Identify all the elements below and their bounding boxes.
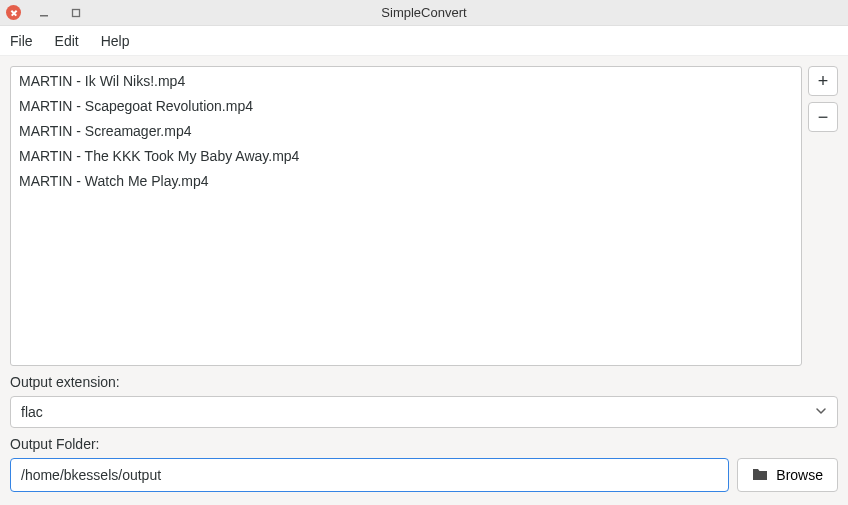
remove-button[interactable]: − xyxy=(808,102,838,132)
list-item[interactable]: MARTIN - Screamager.mp4 xyxy=(11,119,801,144)
output-folder-row: Browse xyxy=(10,458,838,492)
menu-edit[interactable]: Edit xyxy=(55,33,79,49)
maximize-icon[interactable] xyxy=(67,4,85,22)
list-item[interactable]: MARTIN - Scapegoat Revolution.mp4 xyxy=(11,94,801,119)
close-icon[interactable] xyxy=(6,5,21,20)
window-title: SimpleConvert xyxy=(0,5,848,20)
browse-button[interactable]: Browse xyxy=(737,458,838,492)
menu-file[interactable]: File xyxy=(10,33,33,49)
menu-help[interactable]: Help xyxy=(101,33,130,49)
output-folder-label: Output Folder: xyxy=(10,436,838,452)
list-item[interactable]: MARTIN - Ik Wil Niks!.mp4 xyxy=(11,69,801,94)
output-folder-input[interactable] xyxy=(10,458,729,492)
svg-rect-0 xyxy=(40,15,48,17)
menubar: File Edit Help xyxy=(0,26,848,56)
file-row: MARTIN - Ik Wil Niks!.mp4MARTIN - Scapeg… xyxy=(10,66,838,366)
file-list[interactable]: MARTIN - Ik Wil Niks!.mp4MARTIN - Scapeg… xyxy=(10,66,802,366)
chevron-down-icon xyxy=(815,404,827,420)
folder-icon xyxy=(752,467,768,484)
window-controls xyxy=(6,4,85,22)
list-item[interactable]: MARTIN - The KKK Took My Baby Away.mp4 xyxy=(11,144,801,169)
titlebar: SimpleConvert xyxy=(0,0,848,26)
minus-icon: − xyxy=(818,108,829,126)
svg-rect-1 xyxy=(73,9,80,16)
browse-label: Browse xyxy=(776,467,823,483)
output-extension-label: Output extension: xyxy=(10,374,838,390)
add-button[interactable]: + xyxy=(808,66,838,96)
content-area: MARTIN - Ik Wil Niks!.mp4MARTIN - Scapeg… xyxy=(0,56,848,505)
plus-icon: + xyxy=(818,72,829,90)
minimize-icon[interactable] xyxy=(35,4,53,22)
output-extension-combo[interactable]: flac xyxy=(10,396,838,428)
output-extension-value: flac xyxy=(21,404,43,420)
list-side-buttons: + − xyxy=(808,66,838,132)
list-item[interactable]: MARTIN - Watch Me Play.mp4 xyxy=(11,169,801,194)
